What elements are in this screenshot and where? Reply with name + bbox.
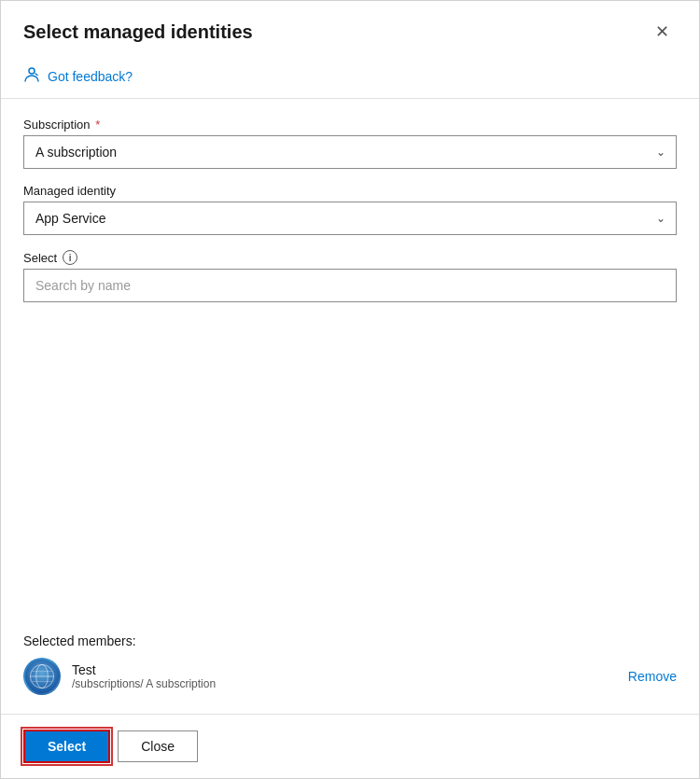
member-info: Test /subscriptions/ A subscription: [72, 662, 617, 690]
feedback-icon: [23, 66, 40, 87]
dialog-header: Select managed identities ✕: [1, 1, 699, 59]
close-button[interactable]: Close: [118, 730, 198, 762]
required-indicator: *: [92, 118, 101, 132]
search-input[interactable]: [23, 269, 677, 302]
member-item: Test /subscriptions/ A subscription Remo…: [23, 658, 677, 695]
member-subscription: /subscriptions/ A subscription: [72, 677, 617, 690]
select-button[interactable]: Select: [23, 730, 110, 763]
feedback-bar: Got feedback?: [1, 59, 699, 99]
member-name: Test: [72, 662, 617, 677]
close-icon-button[interactable]: ✕: [648, 20, 677, 44]
select-search-field-group: Select i: [23, 250, 677, 302]
dialog-body: Subscription * A subscription ⌄ Managed …: [1, 99, 699, 714]
selected-members-section: Selected members:: [23, 622, 677, 695]
remove-member-link[interactable]: Remove: [628, 669, 677, 684]
managed-identity-select-wrapper: App Service ⌄: [23, 202, 677, 235]
dialog-title: Select managed identities: [23, 21, 253, 43]
managed-identity-field-group: Managed identity App Service ⌄: [23, 184, 677, 235]
avatar: [23, 658, 61, 695]
info-icon: i: [63, 250, 77, 265]
svg-point-0: [29, 68, 35, 74]
managed-identity-select[interactable]: App Service: [23, 202, 677, 235]
feedback-link[interactable]: Got feedback?: [48, 69, 133, 84]
select-label-row: Select i: [23, 250, 677, 265]
subscription-label: Subscription *: [23, 118, 677, 132]
subscription-select-wrapper: A subscription ⌄: [23, 135, 677, 169]
dialog-footer: Select Close: [1, 714, 699, 778]
select-managed-identities-dialog: Select managed identities ✕ Got feedback…: [0, 0, 700, 779]
selected-members-label: Selected members:: [23, 633, 677, 648]
select-field-label: Select: [23, 251, 57, 265]
subscription-select[interactable]: A subscription: [23, 135, 677, 169]
body-spacer: [23, 317, 677, 607]
managed-identity-label: Managed identity: [23, 184, 677, 198]
subscription-field-group: Subscription * A subscription ⌄: [23, 118, 677, 169]
